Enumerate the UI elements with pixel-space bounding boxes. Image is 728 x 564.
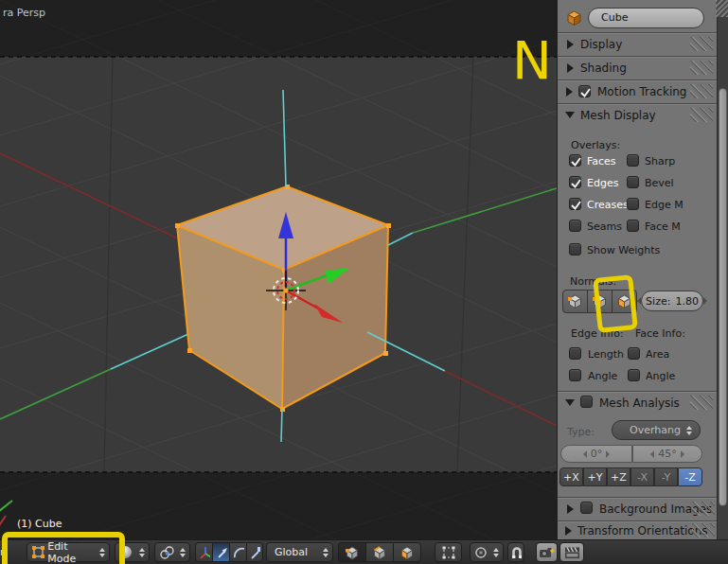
- limit-to-visible-button[interactable]: [435, 542, 462, 562]
- face-select-button[interactable]: [393, 542, 421, 562]
- 3d-viewport[interactable]: ra Persp (1) Cube: [0, 0, 557, 539]
- overlays-heading: Overlays:: [571, 139, 620, 151]
- face-area-checkbox[interactable]: [628, 347, 640, 360]
- rotate-manipulator-button[interactable]: [229, 542, 246, 562]
- axis-plus-x-button[interactable]: +X: [559, 467, 583, 486]
- section-label: Mesh Analysis: [599, 397, 680, 410]
- edge-length-checkbox[interactable]: [569, 347, 581, 360]
- analysis-type-dropdown[interactable]: Overhang: [612, 420, 701, 440]
- panel-grip-icon[interactable]: [690, 108, 713, 122]
- camera-passepartout-bottom: [0, 472, 557, 539]
- panel-grip-icon[interactable]: [692, 502, 715, 516]
- active-object-label: (1) Cube: [17, 518, 62, 530]
- viewport-scene: [0, 0, 557, 539]
- face-angle-checkbox[interactable]: [628, 369, 640, 381]
- mesh-analysis-checkbox[interactable]: [580, 396, 593, 408]
- pivot-point-dropdown[interactable]: [154, 542, 190, 562]
- increment-arrow-icon[interactable]: [703, 297, 707, 305]
- manipulator-toggle-button[interactable]: [195, 542, 212, 562]
- orientation-value: Global: [275, 546, 308, 558]
- axis-minus-y-button[interactable]: -Y: [654, 467, 678, 486]
- axis-plus-y-button[interactable]: +Y: [583, 467, 607, 486]
- overhang-max-field[interactable]: 45°: [632, 445, 702, 463]
- opengl-render-button[interactable]: [536, 542, 558, 562]
- seams-checkbox[interactable]: [569, 220, 581, 232]
- edge-select-button[interactable]: [365, 542, 393, 562]
- vertex-normals-toggle[interactable]: [562, 290, 588, 313]
- camera-passepartout-top: [0, 0, 557, 57]
- edges-checkbox[interactable]: [569, 176, 581, 188]
- show-weights-label: Show Weights: [587, 244, 660, 256]
- panel-grip-icon[interactable]: [690, 84, 713, 98]
- magnet-icon: [510, 545, 522, 559]
- render-camera-icon: [539, 545, 555, 560]
- normals-size-field[interactable]: Size: 1.80: [641, 291, 703, 311]
- axis-minus-z-button[interactable]: -Z: [678, 467, 702, 486]
- show-weights-checkbox[interactable]: [569, 243, 581, 256]
- edge-marks-checkbox[interactable]: [627, 198, 639, 210]
- annotation-letter-n: N: [512, 34, 552, 87]
- panel-grip-icon[interactable]: [690, 396, 713, 410]
- proportional-edit-dropdown[interactable]: [470, 542, 504, 562]
- faces-label: Faces: [587, 155, 616, 167]
- edge-select-icon: [372, 545, 387, 560]
- panel-grip-icon[interactable]: [692, 523, 715, 538]
- section-mesh-display[interactable]: Mesh Display: [558, 104, 717, 126]
- object-name-field[interactable]: Cube: [588, 8, 704, 28]
- collapse-arrow-icon: [567, 504, 574, 514]
- section-display[interactable]: Display: [558, 33, 717, 55]
- panel-corner-grip-icon[interactable]: [716, 0, 728, 17]
- render-animation-button[interactable]: [559, 542, 584, 562]
- collapse-arrow-icon: [566, 87, 573, 97]
- clapperboard-icon: [563, 545, 581, 560]
- transform-orientation-dropdown[interactable]: Global: [266, 542, 333, 562]
- section-label: Mesh Display: [580, 109, 656, 122]
- spinner-arrows-icon: [493, 548, 499, 557]
- size-label: Size:: [646, 295, 670, 308]
- increment-arrow-icon[interactable]: [681, 450, 684, 458]
- sharp-checkbox[interactable]: [627, 154, 639, 167]
- annotation-box-edit-mode: [2, 532, 125, 564]
- translate-arrow-icon: [215, 545, 227, 560]
- bevel-checkbox[interactable]: [627, 176, 639, 188]
- edge-angle-checkbox[interactable]: [569, 369, 581, 381]
- decrement-arrow-icon[interactable]: [583, 450, 587, 458]
- expand-arrow-icon: [565, 112, 575, 118]
- snap-toggle-button[interactable]: [507, 542, 524, 562]
- creases-label: Creases: [587, 199, 629, 211]
- axis-minus-x-button[interactable]: -X: [630, 467, 654, 486]
- panel-grip-icon[interactable]: [690, 61, 713, 75]
- panel-scrollbar-thumb[interactable]: [719, 88, 727, 506]
- rotate-arc-icon: [232, 545, 244, 560]
- increment-arrow-icon[interactable]: [606, 450, 610, 458]
- face-select-icon: [400, 545, 415, 560]
- faces-checkbox[interactable]: [569, 154, 581, 167]
- section-motion-tracking[interactable]: Motion Tracking: [558, 80, 717, 102]
- face-marks-checkbox[interactable]: [627, 220, 639, 232]
- collapse-arrow-icon: [565, 526, 572, 536]
- view-name-label: ra Persp: [3, 7, 45, 19]
- decrement-arrow-icon[interactable]: [637, 297, 641, 305]
- axis-plus-z-button[interactable]: +Z: [607, 467, 630, 486]
- overhang-min-field[interactable]: 0°: [560, 445, 632, 463]
- panel-grip-icon[interactable]: [690, 37, 713, 51]
- axis-tripod-icon: [198, 545, 210, 560]
- pivot-median-icon: [159, 545, 174, 560]
- section-mesh-analysis[interactable]: Mesh Analysis: [558, 392, 717, 414]
- section-shading[interactable]: Shading: [558, 57, 717, 79]
- scale-manipulator-button[interactable]: [246, 542, 263, 562]
- section-label: Transform Orientations: [577, 524, 708, 538]
- section-label: Display: [580, 38, 622, 51]
- motion-tracking-checkbox[interactable]: [578, 85, 591, 97]
- creases-checkbox[interactable]: [569, 198, 581, 210]
- translate-manipulator-button[interactable]: [212, 542, 229, 562]
- background-images-checkbox[interactable]: [580, 502, 593, 514]
- spinner-arrows-icon: [180, 548, 186, 557]
- decrement-arrow-icon[interactable]: [650, 450, 654, 458]
- section-background-images[interactable]: Background Images: [558, 498, 717, 520]
- type-label: Type:: [567, 426, 595, 438]
- vertex-select-button[interactable]: [338, 542, 365, 562]
- edges-label: Edges: [587, 177, 618, 189]
- section-transform-orientations[interactable]: Transform Orientations: [558, 521, 717, 540]
- spinner-arrows-icon: [686, 426, 692, 435]
